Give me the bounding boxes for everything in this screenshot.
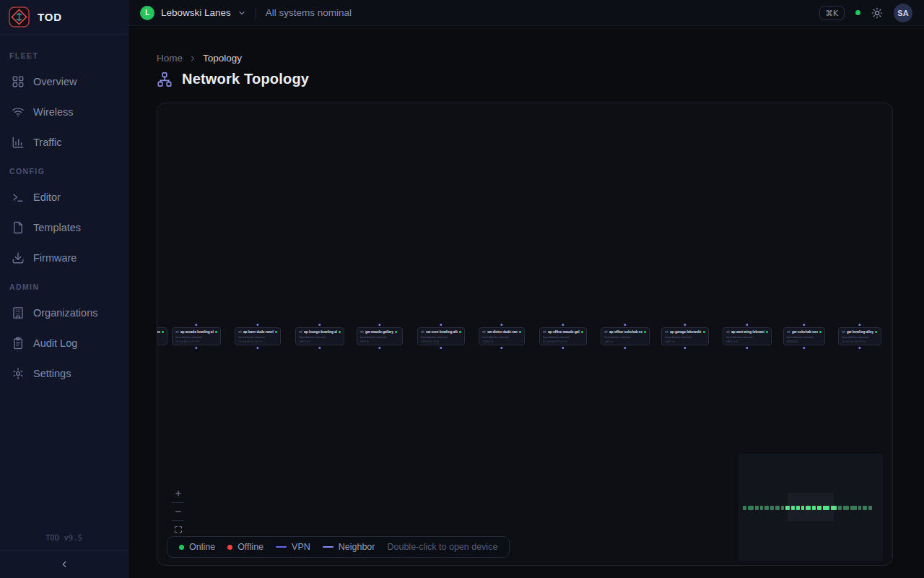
user-avatar[interactable]: SA bbox=[894, 4, 912, 22]
zoom-in-button[interactable] bbox=[172, 485, 184, 502]
plus-icon bbox=[174, 489, 183, 498]
node-handle-top bbox=[858, 324, 860, 326]
node-handle-bottom bbox=[378, 347, 380, 349]
minimap-node-dash bbox=[781, 506, 784, 510]
device-status-dot bbox=[519, 331, 521, 333]
device-status-dot bbox=[581, 331, 583, 333]
device-node[interactable]: ap-garage-lebowski-mansionhost.docker.in… bbox=[661, 327, 709, 345]
canvas-minimap[interactable] bbox=[738, 454, 883, 561]
legend-item-neighbor: Neighbor bbox=[323, 542, 375, 552]
minimap-node-dash bbox=[770, 506, 774, 510]
app-name: TOD bbox=[38, 11, 62, 23]
sidebar-collapse-button[interactable] bbox=[0, 550, 128, 578]
device-icon bbox=[238, 330, 242, 334]
device-node[interactable]: sw-access-dude-ranchhost.docker.internal… bbox=[157, 327, 167, 345]
device-node[interactable]: sw-core-bowling-alleyhost.docker.interna… bbox=[417, 327, 465, 345]
minimap-node-dash bbox=[831, 506, 837, 510]
node-handle-top bbox=[256, 324, 258, 326]
topology-icon bbox=[157, 72, 173, 87]
device-node[interactable]: gw-sobchak-securityhost.docker.internalR… bbox=[783, 327, 825, 345]
minimap-node-dash bbox=[868, 506, 872, 510]
breadcrumb-home-link[interactable]: Home bbox=[157, 53, 183, 64]
minimap-node-dash bbox=[764, 506, 769, 510]
breadcrumb: Home Topology bbox=[157, 53, 242, 64]
legend-label: Neighbor bbox=[339, 542, 375, 552]
node-handle-bottom bbox=[500, 347, 502, 349]
device-host: host.docker.internal bbox=[157, 335, 164, 339]
sidebar-item-label: Overview bbox=[33, 76, 77, 87]
sidebar-item-audit-log[interactable]: Audit Log bbox=[0, 328, 128, 358]
node-handle-bottom bbox=[562, 347, 564, 349]
chevron-right-icon bbox=[188, 54, 197, 63]
legend-dot-swatch bbox=[227, 545, 232, 550]
minimap-node-dash bbox=[858, 506, 861, 510]
device-name: ap-garage-lebowski-mansion bbox=[670, 330, 702, 334]
topbar-right: ⌘K SA bbox=[819, 4, 912, 22]
device-meta: 00:0d:b9:2a:5f:02 bbox=[175, 340, 217, 343]
device-status-dot bbox=[459, 331, 461, 333]
device-name: sw-distro-dude-ranch bbox=[487, 330, 518, 334]
legend-item-online: Online bbox=[179, 542, 215, 552]
sidebar-item-wireless[interactable]: Wireless bbox=[0, 97, 128, 127]
page-title-row: Network Topology bbox=[157, 71, 309, 87]
device-status-dot bbox=[275, 331, 277, 333]
device-node[interactable]: ap-lounge-bowling-alleyhost.docker.inter… bbox=[295, 327, 344, 345]
device-meta: CRS326-24G bbox=[421, 340, 461, 343]
device-name: ap-office-maude-gallery bbox=[548, 330, 580, 334]
node-handle-top bbox=[803, 324, 805, 326]
device-node[interactable]: gw-bowling-alleyhost.docker.internal00:0… bbox=[838, 327, 881, 345]
org-avatar: L bbox=[140, 6, 154, 20]
sun-icon bbox=[871, 7, 883, 19]
minimap-node-dash bbox=[838, 506, 842, 510]
minimap-node-dash bbox=[791, 506, 795, 510]
device-status-dot bbox=[215, 331, 217, 333]
device-node[interactable]: sw-distro-dude-ranchhost.docker.internal… bbox=[479, 327, 525, 345]
sidebar-item-organizations[interactable]: Organizations bbox=[0, 298, 128, 328]
device-host: host.docker.internal bbox=[175, 335, 217, 339]
zoom-out-button[interactable] bbox=[172, 503, 184, 520]
device-node[interactable]: ap-arcade-bowling-alleyhost.docker.inter… bbox=[172, 327, 221, 345]
device-node[interactable]: ap-barn-dude-ranchhost.docker.internal00… bbox=[235, 327, 281, 345]
device-icon bbox=[299, 330, 302, 334]
device-meta: wAP ac bbox=[665, 340, 705, 343]
topbar: L Lebowski Lanes All systems nominal ⌘K … bbox=[128, 0, 924, 26]
device-icon bbox=[543, 330, 546, 334]
sidebar-item-label: Firmware bbox=[33, 252, 77, 264]
canvas-legend: OnlineOfflineVPNNeighborDouble-click to … bbox=[167, 536, 510, 558]
device-name: gw-sobchak-security bbox=[792, 330, 818, 334]
legend-item-offline: Offline bbox=[227, 542, 263, 552]
topology-canvas[interactable]: OnlineOfflineVPNNeighborDouble-click to … bbox=[157, 103, 893, 566]
node-handle-top bbox=[624, 324, 626, 326]
sidebar-item-label: Traffic bbox=[33, 137, 61, 148]
device-meta: CSS610 bbox=[482, 340, 521, 343]
device-host: host.docker.internal bbox=[726, 335, 768, 339]
sidebar-item-overview[interactable]: Overview bbox=[0, 66, 128, 97]
theme-toggle-button[interactable] bbox=[871, 7, 883, 19]
device-icon bbox=[175, 330, 179, 334]
sidebar-item-settings[interactable]: Settings bbox=[0, 358, 128, 389]
download-icon bbox=[12, 251, 25, 264]
sidebar-item-firmware[interactable]: Firmware bbox=[0, 243, 128, 273]
org-switcher[interactable]: L Lebowski Lanes bbox=[140, 6, 246, 20]
sidebar-item-editor[interactable]: Editor bbox=[0, 182, 128, 212]
sidebar-item-label: Organizations bbox=[33, 307, 97, 319]
device-node[interactable]: gw-maude-galleryhost.docker.internalhEX … bbox=[357, 327, 403, 345]
device-node[interactable]: ap-office-sobchak-securityhost.docker.in… bbox=[601, 327, 650, 345]
sidebar-nav: FLEETOverviewWirelessTrafficCONFIGEditor… bbox=[0, 35, 128, 389]
command-palette-shortcut[interactable]: ⌘K bbox=[819, 6, 845, 20]
device-node[interactable]: ap-office-maude-galleryhost.docker.inter… bbox=[539, 327, 587, 345]
sidebar-item-templates[interactable]: Templates bbox=[0, 212, 128, 243]
legend-line-swatch bbox=[276, 546, 287, 548]
minimap-node-dash bbox=[796, 506, 800, 510]
device-name: ap-barn-dude-ranch bbox=[243, 330, 274, 334]
device-node[interactable]: ap-east-wing-lebowski-mansionhost.docker… bbox=[723, 327, 772, 345]
sidebar-item-label: Audit Log bbox=[33, 337, 77, 349]
device-host: host.docker.internal bbox=[604, 335, 646, 339]
page-title: Network Topology bbox=[182, 71, 309, 87]
sidebar-item-traffic[interactable]: Traffic bbox=[0, 127, 128, 158]
nav-section-label: FLEET bbox=[0, 42, 128, 66]
device-icon bbox=[665, 330, 668, 334]
canvas-zoom-controls bbox=[172, 485, 184, 538]
device-icon bbox=[421, 330, 424, 334]
device-name: sw-core-bowling-alley bbox=[426, 330, 458, 334]
